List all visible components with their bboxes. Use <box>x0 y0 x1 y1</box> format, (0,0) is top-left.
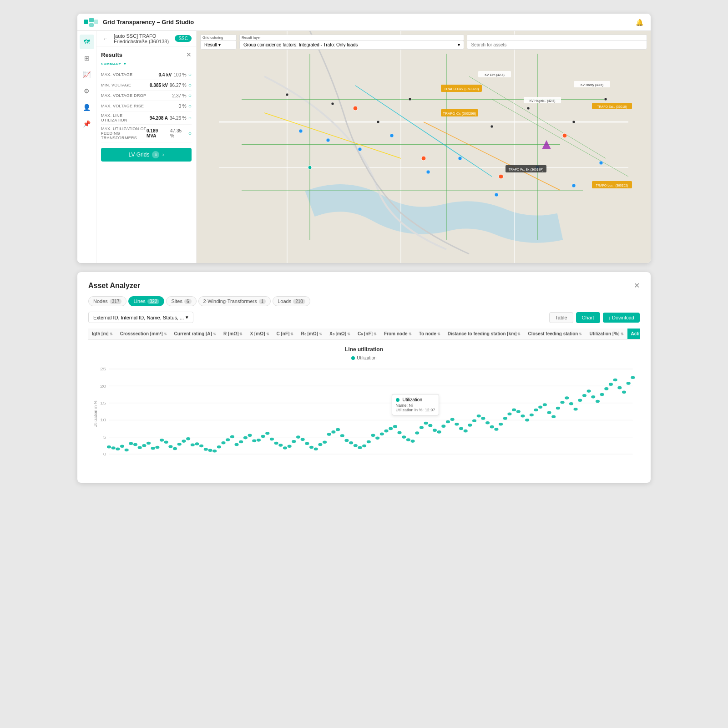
svg-point-189 <box>613 379 617 382</box>
table-column-header[interactable]: Active power losses [kW]⇅ <box>627 329 640 339</box>
table-column-header[interactable]: Closest feeding station⇅ <box>524 329 586 339</box>
svg-point-28 <box>377 121 379 123</box>
svg-point-151 <box>446 420 450 424</box>
svg-point-112 <box>274 442 278 445</box>
metric-row: MAX. UTILIZATION OF FEEDING TRANSFORMERS… <box>101 125 192 142</box>
results-title: Results <box>101 51 122 58</box>
grid-coloring-dropdown[interactable]: Result ▾ <box>200 40 237 50</box>
sidebar-settings-icon[interactable]: ⚙ <box>80 84 94 98</box>
tab-badge: 1 <box>259 299 266 304</box>
lv-grids-button[interactable]: LV-Grids ℹ › <box>101 148 192 162</box>
svg-point-137 <box>384 430 388 433</box>
map-container[interactable]: Grid coloring Result ▾ Result layer Grou… <box>197 31 651 263</box>
metric-info-icon[interactable]: ○ <box>188 115 192 121</box>
table-column-header[interactable]: Utilization [%]⇅ <box>586 329 627 339</box>
svg-point-153 <box>455 423 459 426</box>
svg-point-83 <box>147 442 151 445</box>
svg-point-158 <box>477 415 481 418</box>
svg-point-123 <box>323 441 327 444</box>
svg-point-44 <box>599 161 603 165</box>
metric-info-icon[interactable]: ○ <box>188 71 192 78</box>
results-close-button[interactable]: ✕ <box>186 51 192 58</box>
sidebar-map-icon[interactable]: 🗺 <box>80 35 94 49</box>
svg-point-39 <box>426 170 430 174</box>
tab-sites[interactable]: Sites6 <box>166 296 196 306</box>
table-column-header[interactable]: R [mΩ]⇅ <box>220 329 247 339</box>
svg-point-163 <box>499 423 503 426</box>
svg-point-179 <box>569 402 573 405</box>
view-table-button[interactable]: Table <box>549 312 573 323</box>
sidebar-layers-icon[interactable]: ⊞ <box>80 51 94 66</box>
svg-point-131 <box>358 446 362 449</box>
map-search-input[interactable] <box>467 40 647 50</box>
svg-point-101 <box>226 438 230 441</box>
svg-point-79 <box>129 442 133 445</box>
svg-point-25 <box>308 166 312 169</box>
metric-info-icon[interactable]: ○ <box>188 103 192 109</box>
tab-nodes[interactable]: Nodes317 <box>88 296 126 306</box>
result-layer-dropdown[interactable]: Group coincidence factors: Integrated - … <box>239 40 464 50</box>
svg-point-164 <box>503 417 507 420</box>
back-button[interactable]: ← <box>101 34 110 43</box>
svg-text:15: 15 <box>100 401 106 405</box>
table-column-header[interactable]: Current rating [A]⇅ <box>171 329 220 339</box>
table-column-header[interactable]: X₀ [mΩ]⇅ <box>326 329 354 339</box>
svg-point-89 <box>173 447 177 450</box>
table-column-header[interactable]: Crosssection [mm²]⇅ <box>116 329 171 339</box>
sidebar-users-icon[interactable]: 👤 <box>80 100 94 115</box>
svg-text:TRAFO Sal.. (36018): TRAFO Sal.. (36018) <box>597 105 627 109</box>
svg-point-34 <box>604 98 607 101</box>
svg-point-84 <box>151 447 155 450</box>
y-axis-label: Utilization in % <box>93 400 98 427</box>
svg-point-175 <box>551 415 556 418</box>
table-column-header[interactable]: From node⇅ <box>380 329 415 339</box>
metric-values: 2.37 % ○ <box>172 92 192 99</box>
tab-lines[interactable]: Lines322 <box>128 296 164 306</box>
tab-loads[interactable]: Loads210 <box>273 296 310 306</box>
svg-point-87 <box>164 441 168 444</box>
metric-info-icon[interactable]: ○ <box>188 130 192 136</box>
sort-icon: ⇅ <box>110 332 113 336</box>
download-button[interactable]: ↓ Download <box>603 313 640 323</box>
sort-icon: ⇅ <box>579 332 582 336</box>
sidebar-chart-icon[interactable]: 📈 <box>80 67 94 82</box>
asset-analyzer-close-button[interactable]: ✕ <box>634 281 640 290</box>
svg-point-148 <box>433 429 437 432</box>
table-column-header[interactable]: To node⇅ <box>415 329 444 339</box>
svg-point-92 <box>186 437 190 440</box>
svg-point-170 <box>530 414 534 417</box>
metric-info-icon[interactable]: ○ <box>188 82 192 88</box>
metric-percent: 96.27 % <box>170 83 187 88</box>
sort-icon: ⇅ <box>164 332 167 336</box>
metric-percent: 47.35 % <box>170 128 187 138</box>
notification-bell-icon[interactable]: 🔔 <box>634 17 644 27</box>
svg-point-171 <box>534 409 538 412</box>
table-column-header[interactable]: X [mΩ]⇅ <box>246 329 273 339</box>
table-column-header[interactable]: C [nF]⇅ <box>273 329 298 339</box>
metric-label: MIN. VOLTAGE <box>101 83 131 87</box>
sort-icon: ⇅ <box>290 332 293 336</box>
table-column-header[interactable]: lgth [m]⇅ <box>88 329 116 339</box>
table-column-header[interactable]: Distance to feeding station [km]⇅ <box>444 329 525 339</box>
svg-point-128 <box>344 439 349 442</box>
table-column-header[interactable]: C₀ [nF]⇅ <box>354 329 380 339</box>
svg-point-121 <box>314 447 318 450</box>
sort-icon: ⇅ <box>517 332 521 336</box>
metric-info-icon[interactable]: ○ <box>188 92 192 99</box>
summary-label: SUMMARY ▼ <box>101 62 192 66</box>
svg-point-146 <box>424 422 428 425</box>
table-column-header[interactable]: R₀ [mΩ]⇅ <box>297 329 326 339</box>
svg-text:KV Hardy (43.5): KV Hardy (43.5) <box>581 83 603 87</box>
sidebar-pin-icon[interactable]: 📌 <box>80 116 94 131</box>
svg-point-80 <box>133 443 137 446</box>
svg-point-162 <box>494 428 498 431</box>
filter-dropdown[interactable]: External ID, Internal ID, Name, Status, … <box>88 312 193 323</box>
legend-utilization: Utilization <box>351 355 376 360</box>
svg-point-184 <box>591 395 595 399</box>
view-chart-button[interactable]: Chart <box>576 312 600 323</box>
svg-point-191 <box>622 391 626 394</box>
tab-label: Sites <box>171 298 182 304</box>
svg-text:TRAFO Cx (360298): TRAFO Cx (360298) <box>443 111 476 116</box>
svg-point-33 <box>572 121 575 123</box>
tab-2-winding-transformers[interactable]: 2-Winding-Transformers1 <box>198 296 271 306</box>
